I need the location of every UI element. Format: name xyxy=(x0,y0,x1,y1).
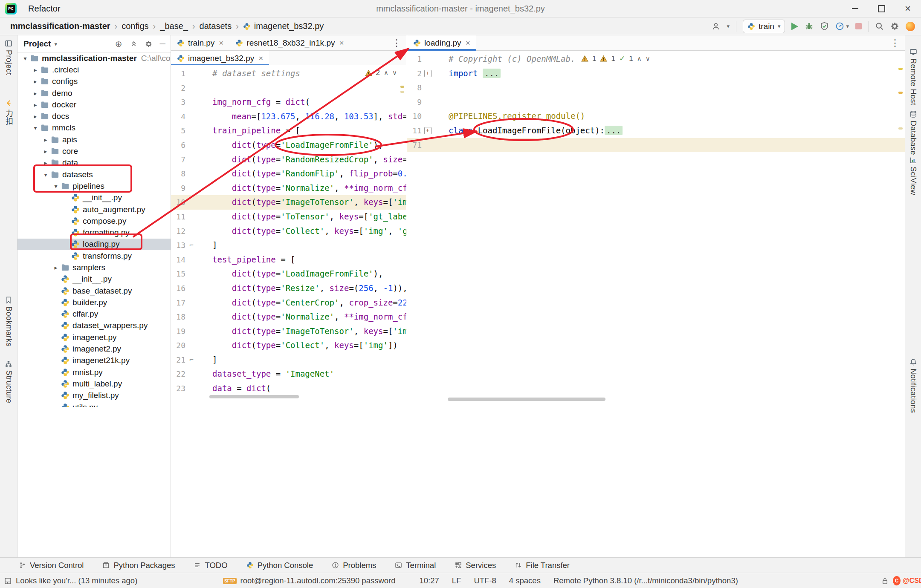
line-number[interactable]: 71 xyxy=(407,138,422,153)
breadcrumb-base[interactable]: _base_ xyxy=(160,21,188,31)
tool-window-button-terminal[interactable]: Terminal xyxy=(395,561,436,570)
tool-window-button-file-transfer[interactable]: File Transfer xyxy=(515,561,570,570)
tree-item-multi-label-py[interactable]: multi_label.py xyxy=(17,378,171,389)
breadcrumb-datasets[interactable]: datasets xyxy=(200,21,232,31)
tab-resnet18-8xb32-in1k-py[interactable]: resnet18_8xb32_in1k.py× xyxy=(229,35,350,50)
line-number[interactable]: 19 xyxy=(171,324,185,339)
project-panel-title[interactable]: Project xyxy=(23,39,51,49)
line-number[interactable]: 9 xyxy=(407,95,422,110)
tree-item-apis[interactable]: ▸apis xyxy=(17,134,171,145)
code-line-11[interactable]: 11 dict(type='ToTensor', keys=['gt_label… xyxy=(171,210,406,224)
chevron-down-icon[interactable]: ▾ xyxy=(51,183,61,190)
error-stripe-mark[interactable] xyxy=(400,86,404,88)
tree-item-docs[interactable]: ▸docs xyxy=(17,110,171,122)
line-number[interactable]: 7 xyxy=(171,153,185,167)
tree-item-my-filelist-py[interactable]: my_filelist.py xyxy=(17,390,171,401)
line-number[interactable]: 9 xyxy=(171,181,185,196)
inspections-widget[interactable]: 2 ∧ ∨ xyxy=(365,69,397,77)
tree-item-core[interactable]: ▸core xyxy=(17,145,171,157)
code-line-7[interactable]: 7 dict(type='RandomResizedCrop', size=22… xyxy=(171,153,406,167)
chevron-right-icon[interactable]: ▸ xyxy=(30,113,41,120)
line-number[interactable]: 10 xyxy=(171,195,185,210)
code-line-11[interactable]: 11+class LoadImageFromFile(object):... xyxy=(407,124,905,138)
line-number[interactable]: 20 xyxy=(171,338,185,353)
tree-item-compose-py[interactable]: compose.py xyxy=(17,215,171,227)
chevron-right-icon[interactable]: ▸ xyxy=(30,90,41,97)
prev-warning-icon[interactable]: ∧ xyxy=(637,55,642,63)
tool-window-button-database[interactable]: Database xyxy=(905,110,921,155)
tree-item-auto-augment-py[interactable]: auto_augment.py xyxy=(17,204,171,215)
tree-item-base-dataset-py[interactable]: base_dataset.py xyxy=(17,285,171,297)
collapse-all-icon[interactable] xyxy=(130,40,137,48)
lock-icon[interactable] xyxy=(881,577,889,585)
fold-end-icon[interactable]: ⌐ xyxy=(185,353,197,367)
breadcrumb-mmclassification-master[interactable]: mmclassification-master xyxy=(10,21,110,31)
close-button[interactable]: × xyxy=(895,0,921,17)
minimize-button[interactable] xyxy=(842,0,868,17)
tool-window-button-structure[interactable]: Structure xyxy=(0,360,17,404)
run-button[interactable] xyxy=(791,23,798,30)
close-tab-icon[interactable]: × xyxy=(339,38,344,48)
line-number[interactable]: 22 xyxy=(171,367,185,381)
chevron-down-icon[interactable]: ▾ xyxy=(20,55,30,62)
code-line-71[interactable]: 71 xyxy=(407,138,905,153)
code-line-18[interactable]: 18 dict(type='Normalize', **img_norm_cfg… xyxy=(171,310,406,324)
close-tab-icon[interactable]: × xyxy=(258,54,263,63)
users-icon[interactable] xyxy=(712,22,720,31)
chevron-right-icon[interactable]: ▸ xyxy=(30,101,41,108)
tree-item-imagenet2-py[interactable]: imagenet2.py xyxy=(17,343,171,355)
code-line-10[interactable]: 10@PIPELINES.register_module() xyxy=(407,109,905,124)
tree-item-init-py[interactable]: __init__.py xyxy=(17,192,171,204)
horizontal-scrollbar[interactable] xyxy=(448,398,605,401)
coverage-button[interactable] xyxy=(820,22,829,31)
line-number[interactable]: 11 xyxy=(171,210,185,224)
fold-expand-icon[interactable]: + xyxy=(422,124,434,138)
tool-window-button-todo[interactable]: TODO xyxy=(194,561,227,570)
stop-button[interactable] xyxy=(855,23,862,29)
line-number[interactable]: 2 xyxy=(407,66,422,81)
tree-item-imagenet21k-py[interactable]: imagenet21k.py xyxy=(17,355,171,366)
tool-window-switcher-icon[interactable] xyxy=(4,577,12,585)
error-stripe-mark[interactable] xyxy=(898,127,903,130)
code-line-13[interactable]: 13⌐] xyxy=(171,238,406,253)
tab-imagenet-bs32-py[interactable]: imagenet_bs32.py× xyxy=(171,51,269,66)
code-line-16[interactable]: 16 dict(type='Resize', size=(256, -1)), xyxy=(171,281,406,296)
code-line-22[interactable]: 22dataset_type = 'ImageNet' xyxy=(171,367,406,381)
tab-train-py[interactable]: train.py× xyxy=(171,35,229,50)
line-number[interactable]: 8 xyxy=(171,167,185,181)
tree-item-mmcls[interactable]: ▾mmcls xyxy=(17,122,171,134)
close-tab-icon[interactable]: × xyxy=(466,38,470,48)
chevron-right-icon[interactable]: ▸ xyxy=(30,78,41,85)
line-number[interactable]: 21 xyxy=(171,353,185,367)
chevron-right-icon[interactable]: ▸ xyxy=(51,264,61,271)
python-interpreter[interactable]: Remote Python 3.8.10 (/r...t/miniconda3/… xyxy=(553,576,738,585)
code-line-2[interactable]: 2 xyxy=(171,81,406,95)
code-line-12[interactable]: 12 dict(type='Collect', keys=['img', 'gt… xyxy=(171,224,406,239)
debug-button[interactable] xyxy=(805,22,814,31)
code-line-1[interactable]: 1# Copyright (c) OpenMMLab. xyxy=(407,52,905,66)
prev-warning-icon[interactable]: ∧ xyxy=(384,69,388,77)
chevron-right-icon[interactable]: ▸ xyxy=(30,66,41,73)
tree-item-dataset-wrappers-py[interactable]: dataset_wrappers.py xyxy=(17,320,171,331)
code-line-5[interactable]: 5train_pipeline = [ xyxy=(171,124,406,138)
tree-item-data[interactable]: ▸data xyxy=(17,157,171,169)
horizontal-scrollbar[interactable] xyxy=(209,395,299,398)
chevron-down-icon[interactable]: ▾ xyxy=(30,124,41,131)
code-line-23[interactable]: 23data = dict( xyxy=(171,381,406,393)
tool-window-button-python-packages[interactable]: Python Packages xyxy=(102,561,175,570)
code-line-9[interactable]: 9 dict(type='Normalize', **img_norm_cfg) xyxy=(171,181,406,196)
code-line-6[interactable]: 6 dict(type='LoadImageFromFile'), xyxy=(171,138,406,153)
tool-window-button-version-control[interactable]: Version Control xyxy=(19,561,84,570)
tree-item-imagenet-py[interactable]: imagenet.py xyxy=(17,331,171,343)
remote-host-status[interactable]: root@region-11.autodl.com:25390 password xyxy=(240,576,396,585)
tree-item-init-py[interactable]: __init__.py xyxy=(17,274,171,285)
line-number[interactable]: 23 xyxy=(171,381,185,393)
tree-item-docker[interactable]: ▸docker xyxy=(17,99,171,110)
settings-gear-icon[interactable] xyxy=(890,22,899,31)
code-line-10[interactable]: 10 dict(type='ImageToTensor', keys=['img… xyxy=(171,195,406,210)
code-line-3[interactable]: 3img_norm_cfg = dict( xyxy=(171,95,406,110)
next-warning-icon[interactable]: ∨ xyxy=(646,55,650,63)
code-line-8[interactable]: 8 xyxy=(407,81,905,95)
panel-settings-gear-icon[interactable] xyxy=(145,40,152,48)
tree-item-configs[interactable]: ▸configs xyxy=(17,76,171,87)
